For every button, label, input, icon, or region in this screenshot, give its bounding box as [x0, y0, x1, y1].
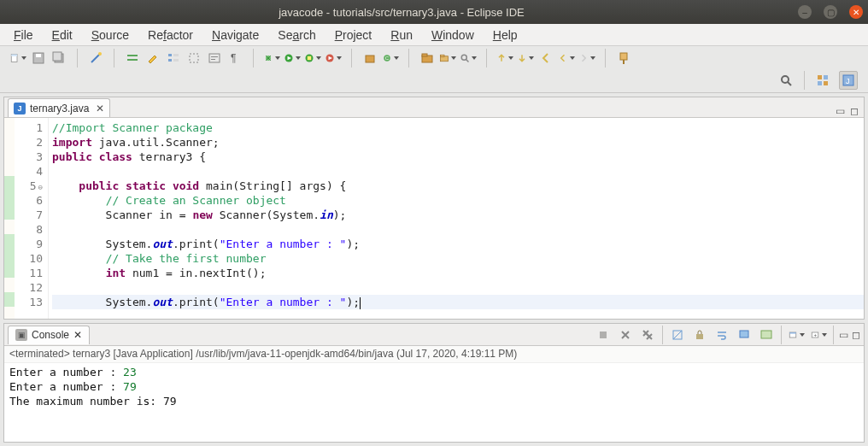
menu-search[interactable]: Search — [269, 26, 324, 44]
svg-rect-16 — [211, 59, 215, 60]
svg-point-6 — [98, 52, 102, 56]
search-icon[interactable] — [777, 71, 795, 90]
run-external-button[interactable] — [324, 49, 343, 67]
remove-launch-button[interactable] — [616, 326, 635, 344]
svg-rect-49 — [761, 331, 771, 338]
remove-all-button[interactable] — [638, 326, 657, 344]
svg-rect-15 — [211, 56, 218, 57]
svg-rect-25 — [366, 56, 374, 62]
editor-tab-label: ternary3.java — [30, 103, 89, 114]
menu-help[interactable]: Help — [484, 26, 526, 44]
window-controls: – ▢ ✕ — [798, 5, 863, 19]
java-file-icon: J — [14, 103, 26, 114]
console-output[interactable]: Enter a number : 23Enter a number : 79Th… — [4, 363, 864, 442]
editor-tab-ternary3[interactable]: J ternary3.java ✕ — [8, 98, 110, 117]
coverage-button[interactable] — [303, 49, 322, 67]
display-selected-console-button[interactable] — [787, 326, 806, 344]
show-whitespace-icon[interactable] — [205, 49, 224, 67]
search-button[interactable] — [459, 49, 478, 67]
scroll-lock-button[interactable] — [690, 326, 709, 344]
clear-console-button[interactable] — [668, 326, 687, 344]
minimize-pane-icon[interactable]: ▭ — [836, 105, 845, 117]
editor-tabbar: J ternary3.java ✕ ▭ ◻ — [4, 97, 864, 118]
close-button[interactable]: ✕ — [849, 5, 863, 19]
pin-console-button[interactable] — [735, 326, 754, 344]
menu-refactor[interactable]: Refactor — [139, 26, 202, 44]
svg-rect-31 — [441, 55, 445, 56]
console-tab[interactable]: ▣ Console ✕ — [8, 326, 90, 344]
svg-point-36 — [782, 76, 789, 83]
menu-window[interactable]: Window — [423, 26, 483, 44]
svg-rect-39 — [824, 75, 828, 79]
console-tabbar: ▣ Console ✕ + ▭ ◻ — [4, 324, 864, 346]
svg-rect-8 — [127, 59, 138, 61]
svg-text:J: J — [846, 77, 850, 85]
console-pane: ▣ Console ✕ + ▭ ◻ <terminated> ternary3 … — [3, 323, 865, 443]
toggle-comment-button[interactable] — [123, 49, 142, 67]
menu-project[interactable]: Project — [326, 26, 381, 44]
pin-editor-button[interactable] — [614, 49, 633, 67]
svg-rect-1 — [11, 55, 17, 56]
back-button[interactable] — [537, 49, 555, 67]
outline-icon[interactable] — [164, 49, 183, 67]
open-perspective-button[interactable] — [813, 71, 832, 90]
show-console-on-output-button[interactable] — [757, 326, 776, 344]
svg-rect-51 — [789, 332, 796, 334]
minimize-button[interactable]: – — [798, 5, 812, 19]
maximize-pane-icon[interactable]: ◻ — [850, 105, 859, 117]
svg-rect-48 — [740, 331, 748, 337]
menu-navigate[interactable]: Navigate — [203, 26, 267, 44]
svg-rect-10 — [168, 59, 172, 62]
svg-text:¶: ¶ — [231, 52, 236, 64]
menu-run[interactable]: Run — [382, 26, 421, 44]
word-wrap-button[interactable] — [713, 326, 731, 344]
close-view-icon[interactable]: ✕ — [73, 329, 82, 341]
code-area[interactable]: //Import Scanner packageimport java.util… — [49, 118, 864, 319]
window-title: javacode - tutorials/src/ternary3.java -… — [5, 6, 798, 19]
svg-rect-7 — [127, 55, 138, 56]
svg-rect-44 — [600, 332, 607, 338]
svg-rect-5 — [53, 52, 62, 61]
close-tab-icon[interactable]: ✕ — [96, 103, 104, 114]
window-titlebar: javacode - tutorials/src/ternary3.java -… — [0, 0, 868, 24]
svg-rect-38 — [818, 75, 822, 79]
console-icon: ▣ — [15, 329, 27, 341]
menu-source[interactable]: Source — [83, 26, 138, 44]
maximize-button[interactable]: ▢ — [824, 5, 837, 19]
java-perspective-button[interactable]: J — [839, 71, 858, 90]
console-tab-label: Console — [32, 329, 69, 341]
debug-button[interactable] — [262, 49, 281, 67]
menu-file[interactable]: File — [5, 26, 42, 44]
new-class-button[interactable]: C — [381, 49, 400, 67]
svg-rect-9 — [168, 54, 172, 56]
minimize-console-icon[interactable]: ▭ — [839, 329, 848, 341]
menu-edit[interactable]: Edit — [44, 26, 81, 44]
svg-text:+: + — [814, 332, 818, 337]
open-task-button[interactable] — [438, 49, 457, 67]
editor-body[interactable]: 12345678910111213 //Import Scanner packa… — [4, 118, 864, 319]
open-console-button[interactable]: + — [809, 326, 828, 344]
save-button[interactable] — [29, 49, 48, 67]
terminate-button[interactable] — [594, 326, 613, 344]
svg-rect-12 — [173, 59, 179, 62]
svg-rect-22 — [308, 56, 312, 61]
new-package-button[interactable] — [361, 49, 379, 67]
prev-annotation-button[interactable] — [496, 49, 514, 67]
run-button[interactable] — [283, 49, 302, 67]
svg-rect-40 — [818, 81, 822, 85]
back-history-button[interactable] — [557, 49, 576, 67]
forward-button[interactable] — [578, 49, 596, 67]
next-annotation-button[interactable] — [516, 49, 535, 67]
svg-point-32 — [461, 55, 466, 60]
save-all-button[interactable] — [50, 49, 68, 67]
open-type-button[interactable] — [418, 49, 437, 67]
svg-text:C: C — [385, 56, 390, 61]
block-select-icon[interactable] — [185, 49, 203, 67]
svg-rect-34 — [620, 53, 627, 60]
pilcrow-icon[interactable]: ¶ — [226, 49, 244, 67]
maximize-console-icon[interactable]: ◻ — [852, 329, 860, 341]
wand-icon[interactable] — [86, 49, 105, 67]
menubar: FileEditSourceRefactorNavigateSearchProj… — [0, 24, 868, 46]
highlight-icon[interactable] — [144, 49, 162, 67]
new-button[interactable] — [9, 49, 27, 67]
